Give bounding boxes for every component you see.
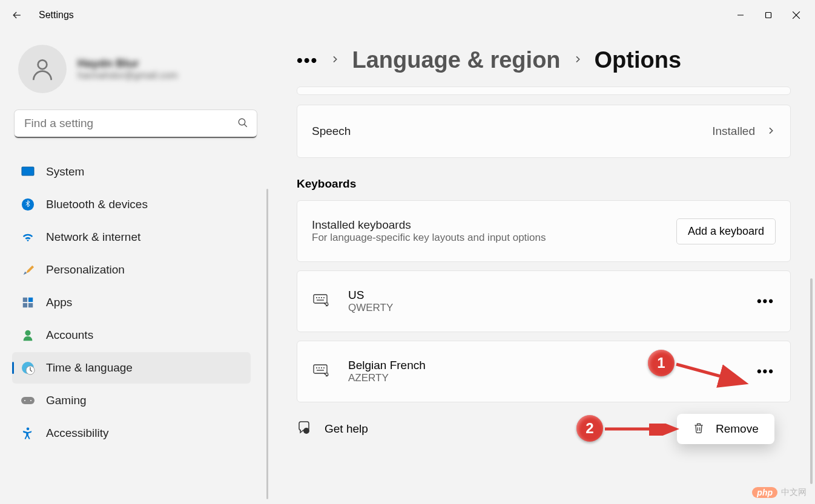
svg-rect-10 xyxy=(23,298,27,302)
card-subtitle: For language-specific key layouts and in… xyxy=(312,232,546,244)
back-button[interactable] xyxy=(5,3,29,27)
sidebar-item-label: Gaming xyxy=(46,394,87,407)
callout-arrow-2 xyxy=(602,424,681,436)
sidebar-item-accounts[interactable]: Accounts xyxy=(12,319,251,351)
installed-keyboards-header-card: Installed keyboards For language-specifi… xyxy=(297,200,791,262)
svg-point-20 xyxy=(24,400,25,401)
speech-card[interactable]: Speech Installed xyxy=(297,105,791,158)
watermark-text: 中文网 xyxy=(781,487,807,498)
accounts-icon xyxy=(21,328,35,342)
close-button[interactable] xyxy=(782,5,810,25)
minimize-button[interactable] xyxy=(727,5,754,25)
svg-rect-23 xyxy=(314,295,327,303)
keyboard-layout: AZERTY xyxy=(348,372,426,384)
sidebar-scrollbar[interactable] xyxy=(266,189,268,499)
svg-text:?: ? xyxy=(305,429,308,433)
accessibility-icon xyxy=(21,426,35,440)
svg-rect-19 xyxy=(21,397,35,404)
sidebar-item-label: System xyxy=(46,165,84,178)
keyboard-name: US xyxy=(348,289,393,302)
titlebar: Settings xyxy=(0,0,815,30)
breadcrumb-more[interactable]: ••• xyxy=(297,51,318,70)
system-icon xyxy=(21,165,35,179)
keyboard-more-button[interactable]: ••• xyxy=(757,293,774,309)
chevron-right-icon xyxy=(330,53,340,67)
profile-text: Haydn Blur hannahdor@gmail.com xyxy=(78,57,178,81)
status-text: Installed xyxy=(712,125,755,138)
chevron-right-icon xyxy=(766,125,776,139)
remove-label: Remove xyxy=(716,422,759,436)
help-icon: ? xyxy=(297,421,311,437)
sidebar-item-gaming[interactable]: Gaming xyxy=(12,385,251,416)
sidebar-item-apps[interactable]: Apps xyxy=(12,287,251,318)
time-language-icon xyxy=(21,361,35,375)
remove-popup[interactable]: Remove xyxy=(677,414,774,444)
sidebar-item-bluetooth[interactable]: Bluetooth & devices xyxy=(12,189,251,220)
sidebar-item-network[interactable]: Network & internet xyxy=(12,221,251,253)
close-icon xyxy=(792,11,800,19)
callout-arrow-1 xyxy=(673,359,752,390)
callout-badge-2: 2 xyxy=(576,415,603,442)
callout-badge-1: 1 xyxy=(648,350,675,376)
sidebar-item-label: Time & language xyxy=(46,361,133,375)
keyboard-icon xyxy=(313,363,331,380)
svg-rect-13 xyxy=(28,303,33,307)
svg-point-22 xyxy=(27,427,30,430)
svg-line-38 xyxy=(676,364,743,382)
keyboard-layout: QWERTY xyxy=(348,302,393,314)
sidebar-item-label: Accessibility xyxy=(46,427,108,440)
keyboard-more-button[interactable]: ••• xyxy=(757,364,774,379)
profile-section[interactable]: Haydn Blur hannahdor@gmail.com xyxy=(18,45,259,93)
svg-rect-29 xyxy=(314,365,327,373)
brush-icon xyxy=(21,263,35,277)
gaming-icon xyxy=(21,393,35,408)
search-icon xyxy=(237,117,248,131)
sidebar-item-label: Accounts xyxy=(46,329,93,342)
card-title: Speech xyxy=(312,125,351,138)
sidebar-item-system[interactable]: System xyxy=(12,156,251,188)
maximize-icon xyxy=(765,11,772,19)
bluetooth-icon xyxy=(21,197,35,212)
sidebar-item-accessibility[interactable]: Accessibility xyxy=(12,417,251,449)
search-input[interactable] xyxy=(15,110,257,138)
breadcrumb-current: Options xyxy=(595,47,682,73)
sidebar-item-personalization[interactable]: Personalization xyxy=(12,254,251,286)
svg-point-4 xyxy=(38,60,47,69)
search-box xyxy=(15,110,257,138)
svg-line-6 xyxy=(244,124,247,127)
trash-icon xyxy=(693,421,705,437)
profile-name: Haydn Blur xyxy=(78,57,178,70)
card-sliver xyxy=(297,87,791,95)
keyboard-item-us: US QWERTY ••• xyxy=(297,270,791,332)
avatar xyxy=(18,45,67,93)
window-controls xyxy=(727,5,810,25)
svg-point-14 xyxy=(25,330,30,336)
content-scrollbar[interactable] xyxy=(810,278,813,484)
svg-point-5 xyxy=(239,119,245,125)
svg-rect-11 xyxy=(28,298,33,302)
add-keyboard-button[interactable]: Add a keyboard xyxy=(676,218,776,244)
svg-point-21 xyxy=(30,400,31,401)
apps-icon xyxy=(21,295,35,310)
svg-rect-1 xyxy=(766,13,771,18)
app-title: Settings xyxy=(39,10,74,21)
profile-email: hannahdor@gmail.com xyxy=(78,70,178,81)
svg-rect-12 xyxy=(23,303,27,307)
section-title-keyboards: Keyboards xyxy=(297,177,791,191)
chevron-right-icon xyxy=(573,53,582,67)
sidebar-item-time-language[interactable]: Time & language xyxy=(12,352,251,384)
minimize-icon xyxy=(737,11,744,19)
maximize-button[interactable] xyxy=(754,5,782,25)
sidebar: Haydn Blur hannahdor@gmail.com System Bl… xyxy=(0,30,266,504)
sidebar-item-label: Network & internet xyxy=(46,231,140,244)
svg-rect-7 xyxy=(22,167,34,175)
watermark-logo: php xyxy=(752,487,777,498)
wifi-icon xyxy=(21,230,35,244)
breadcrumb-parent[interactable]: Language & region xyxy=(352,47,560,73)
watermark: php 中文网 xyxy=(752,487,807,498)
help-label: Get help xyxy=(325,422,368,436)
person-icon xyxy=(29,56,56,82)
keyboard-name: Belgian French xyxy=(348,359,426,372)
sidebar-item-label: Bluetooth & devices xyxy=(46,198,148,211)
sidebar-item-label: Apps xyxy=(46,296,72,309)
